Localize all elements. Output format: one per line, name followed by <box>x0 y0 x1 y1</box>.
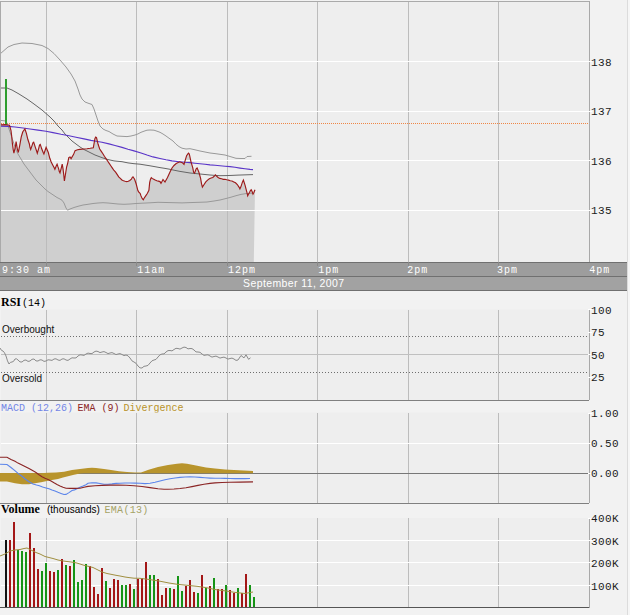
svg-text:75: 75 <box>591 327 605 339</box>
svg-text:137: 137 <box>591 106 612 118</box>
svg-text:(thousands): (thousands) <box>47 504 100 515</box>
svg-text:11am: 11am <box>137 265 165 276</box>
svg-text:0.00: 0.00 <box>591 468 619 480</box>
svg-text:4pm: 4pm <box>589 265 610 276</box>
svg-text:RSI: RSI <box>1 295 21 309</box>
svg-text:Volume: Volume <box>1 502 41 516</box>
svg-text:2pm: 2pm <box>407 265 428 276</box>
svg-text:Overbought: Overbought <box>2 324 54 335</box>
svg-text:EMA (9): EMA (9) <box>78 403 120 414</box>
svg-text:0.50: 0.50 <box>591 438 619 450</box>
svg-text:Divergence: Divergence <box>124 403 184 414</box>
svg-text:25: 25 <box>591 372 605 384</box>
svg-text:400K: 400K <box>591 513 619 525</box>
svg-text:1.00: 1.00 <box>591 408 619 420</box>
svg-text:135: 135 <box>591 205 612 217</box>
svg-text:(14): (14) <box>22 298 46 309</box>
svg-text:Oversold: Oversold <box>2 373 42 384</box>
svg-text:12pm: 12pm <box>228 265 256 276</box>
svg-text:9:30 am: 9:30 am <box>2 265 51 276</box>
svg-text:September 11, 2007: September 11, 2007 <box>243 277 345 289</box>
svg-text:200K: 200K <box>591 558 619 570</box>
svg-text:1pm: 1pm <box>318 265 339 276</box>
svg-text:138: 138 <box>591 57 612 69</box>
svg-text:EMA(13): EMA(13) <box>105 505 149 516</box>
svg-text:100: 100 <box>591 305 612 317</box>
svg-text:100K: 100K <box>591 581 619 593</box>
svg-text:136: 136 <box>591 156 612 168</box>
svg-text:3pm: 3pm <box>497 265 518 276</box>
svg-text:MACD (12,26): MACD (12,26) <box>1 403 73 414</box>
svg-text:300K: 300K <box>591 536 619 548</box>
svg-text:50: 50 <box>591 350 605 362</box>
